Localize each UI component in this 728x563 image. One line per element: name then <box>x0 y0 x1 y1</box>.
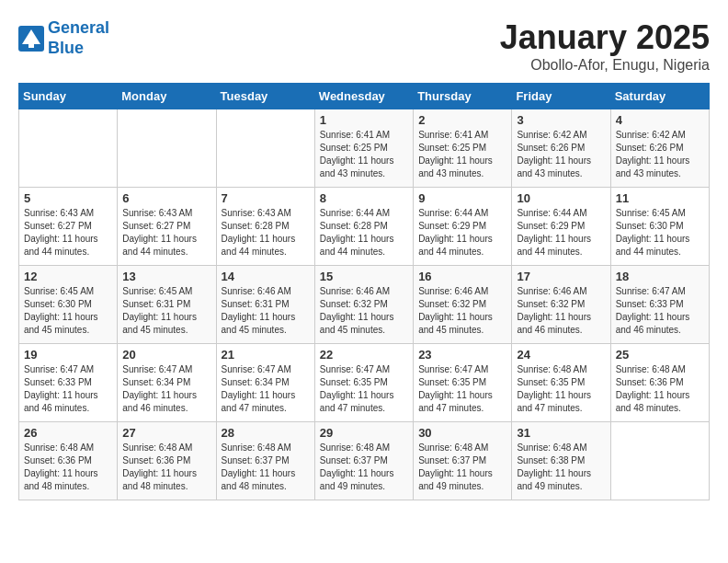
day-info: Sunrise: 6:48 AMSunset: 6:37 PMDaylight:… <box>320 442 394 491</box>
day-number: 9 <box>418 191 506 205</box>
day-info: Sunrise: 6:48 AMSunset: 6:37 PMDaylight:… <box>418 442 493 491</box>
weekday-header-monday: Monday <box>118 84 216 109</box>
calendar-cell <box>610 422 709 500</box>
calendar-cell: 15Sunrise: 6:46 AMSunset: 6:32 PMDayligh… <box>314 266 413 344</box>
day-info: Sunrise: 6:43 AMSunset: 6:27 PMDaylight:… <box>122 208 197 257</box>
day-info: Sunrise: 6:43 AMSunset: 6:28 PMDaylight:… <box>222 208 296 257</box>
calendar-cell: 22Sunrise: 6:47 AMSunset: 6:35 PMDayligh… <box>314 344 413 422</box>
weekday-header-row: SundayMondayTuesdayWednesdayThursdayFrid… <box>19 84 710 109</box>
day-number: 1 <box>320 113 408 127</box>
calendar-cell: 29Sunrise: 6:48 AMSunset: 6:37 PMDayligh… <box>314 422 413 500</box>
calendar-cell: 14Sunrise: 6:46 AMSunset: 6:31 PMDayligh… <box>216 266 314 344</box>
day-number: 29 <box>320 426 408 440</box>
day-info: Sunrise: 6:41 AMSunset: 6:25 PMDaylight:… <box>320 130 394 178</box>
day-number: 25 <box>616 348 704 362</box>
calendar-cell: 23Sunrise: 6:47 AMSunset: 6:35 PMDayligh… <box>414 344 512 422</box>
calendar-cell: 5Sunrise: 6:43 AMSunset: 6:27 PMDaylight… <box>19 188 118 266</box>
day-info: Sunrise: 6:47 AMSunset: 6:35 PMDaylight:… <box>320 364 394 413</box>
day-info: Sunrise: 6:42 AMSunset: 6:26 PMDaylight:… <box>517 130 591 178</box>
calendar-cell: 11Sunrise: 6:45 AMSunset: 6:30 PMDayligh… <box>610 188 709 266</box>
calendar-cell: 21Sunrise: 6:47 AMSunset: 6:34 PMDayligh… <box>216 344 314 422</box>
calendar-cell <box>118 109 216 188</box>
day-number: 8 <box>320 191 408 205</box>
day-number: 21 <box>222 348 310 362</box>
day-info: Sunrise: 6:46 AMSunset: 6:32 PMDaylight:… <box>418 286 493 335</box>
day-info: Sunrise: 6:44 AMSunset: 6:28 PMDaylight:… <box>320 208 394 257</box>
weekday-header-thursday: Thursday <box>414 84 512 109</box>
day-number: 11 <box>616 191 704 205</box>
day-info: Sunrise: 6:47 AMSunset: 6:33 PMDaylight:… <box>616 286 690 335</box>
day-info: Sunrise: 6:46 AMSunset: 6:32 PMDaylight:… <box>320 286 394 335</box>
day-number: 24 <box>517 348 605 362</box>
day-number: 14 <box>222 270 310 283</box>
day-info: Sunrise: 6:48 AMSunset: 6:35 PMDaylight:… <box>517 364 591 413</box>
calendar-cell: 8Sunrise: 6:44 AMSunset: 6:28 PMDaylight… <box>314 188 413 266</box>
day-number: 5 <box>24 191 112 205</box>
day-number: 19 <box>24 348 112 362</box>
logo: General Blue <box>18 18 109 58</box>
calendar-table: SundayMondayTuesdayWednesdayThursdayFrid… <box>18 83 710 500</box>
calendar-cell: 12Sunrise: 6:45 AMSunset: 6:30 PMDayligh… <box>19 266 118 344</box>
day-info: Sunrise: 6:48 AMSunset: 6:37 PMDaylight:… <box>222 442 296 491</box>
calendar-cell: 9Sunrise: 6:44 AMSunset: 6:29 PMDaylight… <box>414 188 512 266</box>
calendar-cell: 10Sunrise: 6:44 AMSunset: 6:29 PMDayligh… <box>512 188 610 266</box>
calendar-cell: 7Sunrise: 6:43 AMSunset: 6:28 PMDaylight… <box>216 188 314 266</box>
day-number: 27 <box>122 426 210 440</box>
day-number: 20 <box>122 348 210 362</box>
calendar-cell: 17Sunrise: 6:46 AMSunset: 6:32 PMDayligh… <box>512 266 610 344</box>
weekday-header-wednesday: Wednesday <box>314 84 413 109</box>
page-header: General Blue January 2025 Obollo-Afor, E… <box>18 18 710 74</box>
calendar-week-row: 19Sunrise: 6:47 AMSunset: 6:33 PMDayligh… <box>19 344 710 422</box>
day-number: 2 <box>418 113 506 127</box>
weekday-header-tuesday: Tuesday <box>216 84 314 109</box>
calendar-cell: 6Sunrise: 6:43 AMSunset: 6:27 PMDaylight… <box>118 188 216 266</box>
calendar-cell: 18Sunrise: 6:47 AMSunset: 6:33 PMDayligh… <box>610 266 709 344</box>
day-info: Sunrise: 6:47 AMSunset: 6:34 PMDaylight:… <box>222 364 296 413</box>
calendar-cell: 2Sunrise: 6:41 AMSunset: 6:25 PMDaylight… <box>414 109 512 188</box>
day-info: Sunrise: 6:44 AMSunset: 6:29 PMDaylight:… <box>418 208 493 257</box>
calendar-cell: 31Sunrise: 6:48 AMSunset: 6:38 PMDayligh… <box>512 422 610 500</box>
day-number: 16 <box>418 270 506 283</box>
day-number: 18 <box>616 270 704 283</box>
day-number: 7 <box>222 191 310 205</box>
day-info: Sunrise: 6:48 AMSunset: 6:36 PMDaylight:… <box>24 442 98 491</box>
calendar-cell: 13Sunrise: 6:45 AMSunset: 6:31 PMDayligh… <box>118 266 216 344</box>
day-number: 10 <box>517 191 605 205</box>
day-number: 22 <box>320 348 408 362</box>
calendar-cell: 27Sunrise: 6:48 AMSunset: 6:36 PMDayligh… <box>118 422 216 500</box>
logo-text: General Blue <box>48 18 109 58</box>
day-number: 17 <box>517 270 605 283</box>
day-info: Sunrise: 6:45 AMSunset: 6:30 PMDaylight:… <box>24 286 98 335</box>
day-info: Sunrise: 6:41 AMSunset: 6:25 PMDaylight:… <box>418 130 493 178</box>
day-info: Sunrise: 6:46 AMSunset: 6:31 PMDaylight:… <box>222 286 296 335</box>
day-info: Sunrise: 6:45 AMSunset: 6:30 PMDaylight:… <box>616 208 690 257</box>
calendar-cell: 30Sunrise: 6:48 AMSunset: 6:37 PMDayligh… <box>414 422 512 500</box>
calendar-cell: 1Sunrise: 6:41 AMSunset: 6:25 PMDaylight… <box>314 109 413 188</box>
calendar-cell <box>216 109 314 188</box>
calendar-week-row: 1Sunrise: 6:41 AMSunset: 6:25 PMDaylight… <box>19 109 710 188</box>
day-info: Sunrise: 6:47 AMSunset: 6:34 PMDaylight:… <box>122 364 197 413</box>
day-number: 3 <box>517 113 605 127</box>
calendar-cell: 19Sunrise: 6:47 AMSunset: 6:33 PMDayligh… <box>19 344 118 422</box>
calendar-cell: 26Sunrise: 6:48 AMSunset: 6:36 PMDayligh… <box>19 422 118 500</box>
day-number: 13 <box>122 270 210 283</box>
day-number: 26 <box>24 426 112 440</box>
calendar-title: January 2025 <box>500 18 710 57</box>
day-info: Sunrise: 6:47 AMSunset: 6:33 PMDaylight:… <box>24 364 98 413</box>
calendar-cell: 3Sunrise: 6:42 AMSunset: 6:26 PMDaylight… <box>512 109 610 188</box>
calendar-cell: 20Sunrise: 6:47 AMSunset: 6:34 PMDayligh… <box>118 344 216 422</box>
weekday-header-friday: Friday <box>512 84 610 109</box>
day-number: 31 <box>517 426 605 440</box>
calendar-cell: 24Sunrise: 6:48 AMSunset: 6:35 PMDayligh… <box>512 344 610 422</box>
day-info: Sunrise: 6:46 AMSunset: 6:32 PMDaylight:… <box>517 286 591 335</box>
calendar-subtitle: Obollo-Afor, Enugu, Nigeria <box>500 57 710 74</box>
weekday-header-sunday: Sunday <box>19 84 118 109</box>
day-number: 4 <box>616 113 704 127</box>
title-block: January 2025 Obollo-Afor, Enugu, Nigeria <box>500 18 710 74</box>
logo-icon <box>18 26 44 52</box>
day-info: Sunrise: 6:44 AMSunset: 6:29 PMDaylight:… <box>517 208 591 257</box>
day-info: Sunrise: 6:45 AMSunset: 6:31 PMDaylight:… <box>122 286 197 335</box>
day-number: 28 <box>222 426 310 440</box>
calendar-cell: 16Sunrise: 6:46 AMSunset: 6:32 PMDayligh… <box>414 266 512 344</box>
day-info: Sunrise: 6:47 AMSunset: 6:35 PMDaylight:… <box>418 364 493 413</box>
